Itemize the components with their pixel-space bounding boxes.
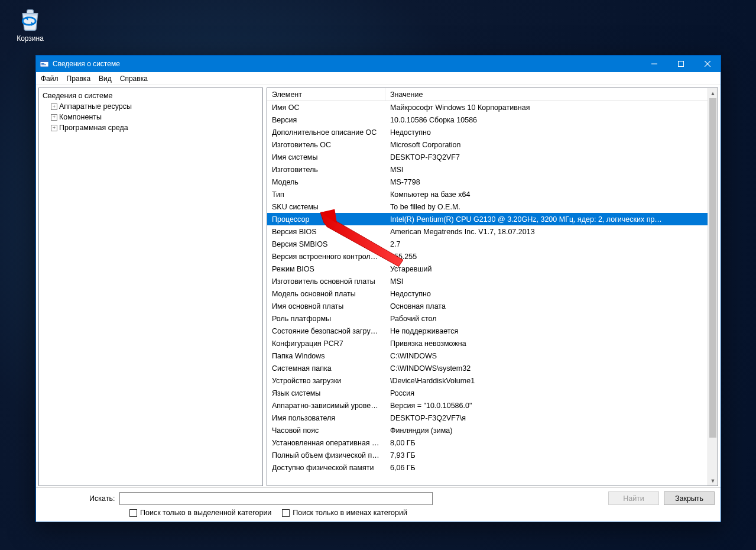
list-row[interactable]: Установленная оперативная п…8,00 ГБ [267, 436, 718, 449]
scroll-up-icon[interactable]: ▲ [708, 88, 718, 98]
search-input[interactable] [119, 492, 433, 505]
system-info-window: Сведения о системе Файл Правка Вид Справ… [35, 55, 721, 522]
list-row[interactable]: Модель основной платыНедоступно [267, 287, 718, 300]
titlebar[interactable]: Сведения о системе [36, 56, 721, 72]
list-row[interactable]: Часовой поясФинляндия (зима) [267, 424, 718, 436]
tree-item[interactable]: +Аппаратные ресурсы [43, 101, 259, 112]
recycle-bin-icon[interactable]: Корзина [9, 6, 51, 43]
search-label: Искать: [89, 494, 115, 503]
checkbox-selected-category[interactable]: Поиск только в выделенной категории [129, 509, 271, 517]
menu-file[interactable]: Файл [41, 75, 59, 83]
scroll-down-icon[interactable]: ▼ [708, 475, 718, 486]
list-row[interactable]: Изготовитель основной платыMSI [267, 275, 718, 287]
list-row[interactable]: ТипКомпьютер на базе x64 [267, 188, 718, 200]
list-row[interactable]: Язык системыРоссия [267, 387, 718, 399]
list-row[interactable]: Имя пользователяDESKTOP-F3Q2VF7\я [267, 412, 718, 424]
svg-rect-3 [41, 64, 46, 65]
find-button[interactable]: Найти [608, 491, 659, 505]
trash-icon [17, 6, 43, 32]
search-bar: Искать: Найти Закрыть Поиск только в выд… [36, 487, 721, 522]
svg-rect-1 [40, 60, 48, 62]
recycle-bin-label: Корзина [9, 34, 51, 43]
svg-rect-2 [41, 63, 44, 64]
list-row[interactable]: Изготовитель ОСMicrosoft Corporation [267, 138, 718, 151]
list-row[interactable]: Доступно физической памяти6,06 ГБ [267, 461, 718, 474]
list-row[interactable]: SKU системыTo be filled by O.E.M. [267, 200, 718, 213]
list-row[interactable]: Версия встроенного контрол…255.255 [267, 250, 718, 263]
list-row[interactable]: Полный объем физической па…7,93 ГБ [267, 449, 718, 461]
list-row[interactable]: Конфигурация PCR7Привязка невозможна [267, 337, 718, 350]
tree-root[interactable]: Сведения о системе [43, 90, 259, 101]
expander-icon[interactable]: + [51, 103, 57, 110]
list-row[interactable]: Версия10.0.10586 Сборка 10586 [267, 114, 718, 126]
close-search-button[interactable]: Закрыть [664, 491, 715, 505]
menu-view[interactable]: Вид [99, 75, 112, 83]
expander-icon[interactable]: + [51, 125, 57, 131]
list-row[interactable]: Устройство загрузки\Device\HarddiskVolum… [267, 374, 718, 387]
list-row[interactable]: ПроцессорIntel(R) Pentium(R) CPU G2130 @… [267, 213, 718, 225]
list-row[interactable]: Версия SMBIOS2.7 [267, 238, 718, 250]
list-row[interactable]: Роль платформыРабочий стол [267, 312, 718, 325]
checkbox-names-only[interactable]: Поиск только в именах категорий [282, 509, 407, 517]
list-header: Элемент Значение [267, 88, 718, 101]
list-row[interactable]: Версия BIOSAmerican Megatrends Inc. V1.7… [267, 225, 718, 238]
vertical-scrollbar[interactable]: ▲ ▼ [708, 88, 718, 486]
menu-edit[interactable]: Правка [67, 75, 91, 83]
close-button[interactable] [694, 56, 721, 72]
list-row[interactable]: Режим BIOSУстаревший [267, 263, 718, 275]
tree-item[interactable]: +Программная среда [43, 122, 259, 133]
list-row[interactable]: Имя ОСМайкрософт Windows 10 Корпоративна… [267, 101, 718, 114]
expander-icon[interactable]: + [51, 114, 57, 121]
list-row[interactable]: ИзготовительMSI [267, 163, 718, 176]
checkbox-icon [129, 509, 137, 517]
column-element[interactable]: Элемент [267, 88, 385, 101]
list-row[interactable]: Состояние безопасной загруз…Не поддержив… [267, 325, 718, 337]
list-row[interactable]: Аппаратно-зависимый уровен…Версия = "10.… [267, 399, 718, 412]
scroll-thumb[interactable] [709, 98, 716, 438]
menubar: Файл Правка Вид Справка [36, 72, 721, 85]
list-row[interactable]: Папка WindowsC:\WINDOWS [267, 350, 718, 362]
tree-item[interactable]: +Компоненты [43, 112, 259, 122]
list-row[interactable]: МодельMS-7798 [267, 176, 718, 188]
window-title: Сведения о системе [53, 60, 641, 68]
list-row[interactable]: Дополнительное описание ОСНедоступно [267, 126, 718, 138]
checkbox-icon [282, 509, 290, 517]
minimize-button[interactable] [641, 56, 667, 72]
details-list[interactable]: Элемент Значение Имя ОСМайкрософт Window… [267, 88, 718, 486]
list-row[interactable]: Системная папкаC:\WINDOWS\system32 [267, 362, 718, 374]
list-row[interactable]: Имя системыDESKTOP-F3Q2VF7 [267, 151, 718, 163]
menu-help[interactable]: Справка [120, 75, 148, 83]
list-row[interactable]: Имя основной платыОсновная плата [267, 300, 718, 312]
app-icon [40, 59, 49, 69]
svg-rect-5 [678, 62, 683, 67]
maximize-button[interactable] [667, 56, 694, 72]
column-value[interactable]: Значение [385, 88, 718, 101]
category-tree[interactable]: Сведения о системе +Аппаратные ресурсы+К… [38, 88, 263, 486]
